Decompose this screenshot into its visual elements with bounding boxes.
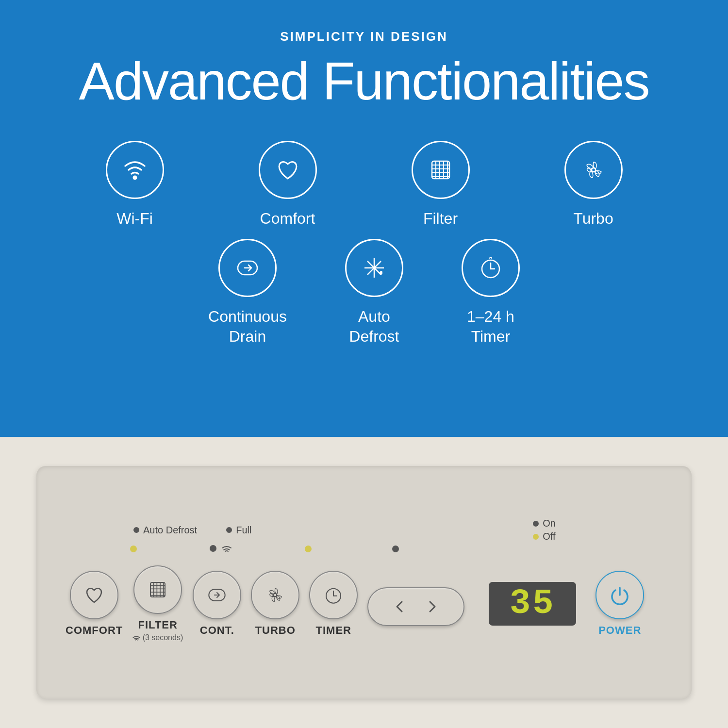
turbo-icon-circle: [564, 141, 623, 199]
comfort-button-group[interactable]: COMFORT: [66, 571, 123, 637]
turbo-button[interactable]: [251, 571, 299, 619]
timer-btn-label: TIMER: [316, 624, 351, 637]
turbo-label: Turbo: [573, 209, 613, 229]
timer-icon-circle: [462, 239, 520, 297]
power-button[interactable]: [596, 571, 644, 619]
turbo-btn-label: TURBO: [255, 624, 296, 637]
feature-wifi: Wi-Fi: [73, 141, 197, 229]
turbo-led: [392, 546, 399, 552]
comfort-label: Comfort: [260, 209, 315, 229]
comfort-btn-icon: [82, 583, 106, 607]
power-btn-label: POWER: [598, 624, 641, 637]
full-indicator: Full: [226, 525, 251, 536]
wifi-label: Wi-Fi: [116, 209, 153, 229]
cont-btn-label: CONT.: [200, 624, 234, 637]
feature-comfort: Comfort: [226, 141, 349, 229]
buttons-row: COMFORT FILTE: [66, 565, 662, 642]
cont-drain-label: ContinuousDrain: [208, 307, 287, 347]
arrow-right-icon: [425, 599, 440, 614]
auto-defrost-indicator-label: Auto Defrost: [143, 525, 197, 536]
on-off-indicators: On Off: [533, 518, 556, 542]
turbo-btn-icon: [263, 583, 287, 607]
filter-btn-icon: [146, 578, 170, 602]
drain-icon-circle: [218, 239, 277, 297]
auto-defrost-indicator: Auto Defrost: [133, 525, 197, 536]
timer-button[interactable]: [309, 571, 358, 619]
top-section: SIMPLICITY IN DESIGN Advanced Functional…: [0, 0, 728, 437]
on-dot: [533, 521, 539, 527]
bottom-section: Auto Defrost Full On Off: [0, 437, 728, 728]
timer-button-group[interactable]: TIMER: [309, 571, 358, 637]
arrow-button[interactable]: [367, 587, 464, 626]
full-dot: [226, 527, 232, 533]
cont-led: [305, 546, 312, 552]
power-icon: [608, 583, 632, 607]
on-indicator: On: [533, 518, 556, 529]
auto-defrost-label: AutoDefrost: [349, 307, 399, 347]
full-indicator-label: Full: [236, 525, 251, 536]
filter-button[interactable]: [133, 565, 182, 614]
heart-icon: [273, 155, 302, 184]
led-comfort: [109, 546, 158, 552]
feature-filter: Filter: [379, 141, 502, 229]
comfort-led: [130, 546, 137, 552]
arrow-left-icon: [392, 599, 407, 614]
svg-point-0: [133, 176, 136, 180]
filter-button-group[interactable]: FILTER (3 seconds): [132, 565, 183, 642]
control-panel: Auto Defrost Full On Off: [36, 466, 692, 699]
filter-icon-circle: [412, 141, 470, 199]
feature-auto-defrost: AutoDefrost: [345, 239, 403, 347]
feature-timer: 1–24 hTimer: [462, 239, 520, 347]
off-label: Off: [543, 531, 555, 542]
wifi-icon: [120, 155, 149, 184]
feature-turbo: Turbo: [531, 141, 655, 229]
timer-btn-icon: [321, 583, 346, 607]
filter-led1: [210, 545, 216, 552]
led-row: [66, 545, 662, 553]
cont-button[interactable]: [193, 571, 241, 619]
led-turbo: [371, 546, 420, 552]
filter-icon: [426, 155, 455, 184]
features-row2: ContinuousDrain AutoDefrost: [73, 239, 655, 347]
display-value: 35: [510, 584, 555, 624]
auto-defrost-dot: [133, 527, 139, 533]
comfort-button[interactable]: [70, 571, 118, 619]
led-filter: [197, 545, 245, 553]
timer-icon: [476, 253, 505, 282]
svg-rect-17: [150, 582, 165, 597]
off-dot: [533, 534, 539, 540]
main-title: Advanced Functionalities: [79, 50, 649, 112]
defrost-icon: [360, 253, 389, 282]
features-row1: Wi-Fi Comfort: [73, 141, 655, 229]
comfort-btn-label: COMFORT: [66, 624, 123, 637]
drain-icon: [233, 253, 262, 282]
arrow-button-group[interactable]: [367, 587, 464, 626]
display: 35: [489, 582, 576, 626]
defrost-icon-circle: [345, 239, 403, 297]
subtitle: SIMPLICITY IN DESIGN: [280, 29, 448, 44]
filter-btn-label: FILTER: [138, 619, 178, 631]
filter-btn-sublabel: (3 seconds): [132, 633, 183, 642]
power-button-group[interactable]: POWER: [596, 571, 644, 637]
svg-rect-1: [432, 161, 449, 179]
feature-cont-drain: ContinuousDrain: [208, 239, 287, 347]
led-cont: [284, 546, 332, 552]
small-wifi-icon: [221, 545, 232, 553]
turbo-icon: [579, 155, 608, 184]
comfort-icon-circle: [259, 141, 317, 199]
on-label: On: [543, 518, 556, 529]
wifi-sublabel-icon: [132, 635, 140, 641]
filter-label: Filter: [423, 209, 458, 229]
wifi-icon-circle: [106, 141, 164, 199]
cont-btn-icon: [205, 583, 229, 607]
timer-label: 1–24 hTimer: [467, 307, 514, 347]
off-indicator: Off: [533, 531, 556, 542]
cont-button-group[interactable]: CONT.: [193, 571, 241, 637]
turbo-button-group[interactable]: TURBO: [251, 571, 299, 637]
